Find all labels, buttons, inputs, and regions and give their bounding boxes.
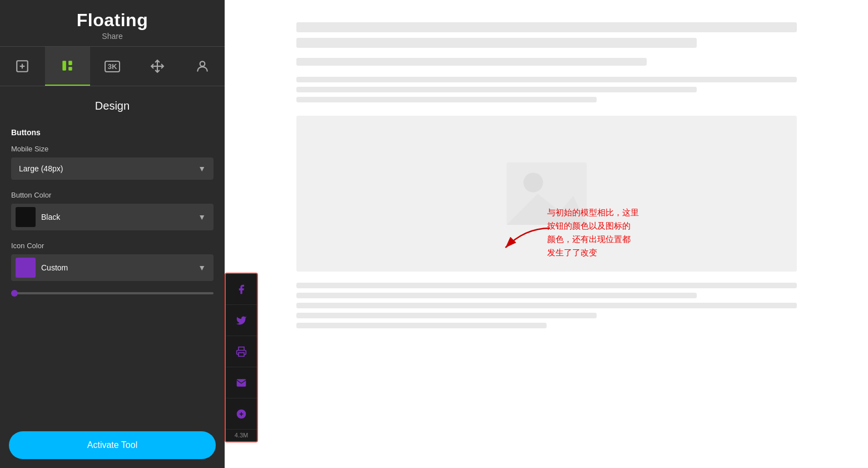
color-slider[interactable]: [11, 292, 214, 294]
widget-email-button[interactable]: [226, 367, 257, 398]
button-color-swatch: [16, 207, 36, 227]
page-title: Floating: [0, 10, 225, 31]
toolbar-3k-button[interactable]: 3K: [90, 47, 135, 86]
svg-rect-5: [68, 67, 72, 71]
mobile-size-wrapper: Large (48px) Medium (40px) Small (32px) …: [11, 157, 214, 180]
placeholder-bar-1: [296, 22, 797, 32]
mobile-size-label: Mobile Size: [11, 145, 214, 153]
image-placeholder-icon: [502, 149, 591, 238]
user-icon: [195, 59, 210, 73]
toolbar-layout-button[interactable]: [45, 47, 90, 86]
print-icon: [236, 346, 247, 357]
svg-rect-4: [68, 61, 72, 65]
placeholder-bar-7: [296, 283, 797, 288]
placeholder-bar-4: [296, 77, 797, 82]
widget-twitter-button[interactable]: [226, 305, 257, 336]
mobile-size-select[interactable]: Large (48px) Medium (40px) Small (32px): [11, 157, 214, 180]
placeholder-bar-11: [296, 323, 547, 328]
svg-point-8: [200, 61, 205, 66]
section-title: Design: [11, 100, 214, 112]
svg-point-15: [523, 173, 543, 192]
plus-icon: [236, 408, 247, 420]
facebook-icon: [236, 284, 247, 295]
placeholder-bar-2: [296, 38, 697, 48]
buttons-group-label: Buttons: [11, 128, 214, 137]
widget-count: 4.3M: [226, 430, 257, 441]
widget-more-button[interactable]: [226, 398, 257, 430]
placeholder-bar-6: [296, 97, 597, 102]
sidebar-content: Design Buttons Mobile Size Large (48px) …: [0, 86, 225, 426]
placeholder-bar-8: [296, 293, 697, 298]
icon-color-swatch: [16, 258, 36, 278]
placeholder-bar-10: [296, 313, 597, 318]
activate-tool-button[interactable]: Activate Tool: [9, 431, 216, 459]
add-icon: [15, 59, 29, 73]
widget-facebook-button[interactable]: [226, 274, 257, 305]
placeholder-bar-9: [296, 303, 797, 308]
svg-rect-3: [63, 61, 67, 70]
button-color-label: Button Color: [11, 191, 214, 199]
svg-rect-9: [239, 352, 244, 356]
floating-share-widget: 4.3M: [225, 273, 258, 442]
sidebar-header: Floating Share: [0, 0, 225, 47]
icon-color-wrapper: Custom White Black ▼: [11, 254, 214, 281]
toolbar-add-button[interactable]: [0, 47, 45, 86]
toolbar-user-button[interactable]: [180, 47, 225, 86]
button-color-select[interactable]: Black White Custom: [41, 206, 214, 228]
toolbar: 3K: [0, 47, 225, 86]
layout-icon: [60, 58, 75, 73]
icon-color-label: Icon Color: [11, 242, 214, 250]
placeholder-bar-3: [296, 58, 647, 66]
icon-color-select[interactable]: Custom White Black: [41, 257, 214, 279]
widget-print-button[interactable]: [226, 336, 257, 367]
page-placeholder: [296, 22, 797, 328]
toolbar-move-button[interactable]: [135, 47, 180, 86]
placeholder-image: [296, 116, 797, 272]
twitter-icon: [236, 315, 247, 326]
sidebar: Floating Share 3K: [0, 0, 225, 468]
3k-label: 3K: [105, 61, 121, 72]
placeholder-bar-5: [296, 87, 697, 92]
main-content: 与初始的模型相比，这里 按钮的颜色以及图标的 颜色，还有出现位置都 发生了了改变: [225, 0, 868, 468]
move-icon: [150, 59, 165, 73]
button-color-wrapper: Black White Custom ▼: [11, 204, 214, 230]
page-subtitle: Share: [0, 32, 225, 41]
email-icon: [236, 377, 247, 388]
